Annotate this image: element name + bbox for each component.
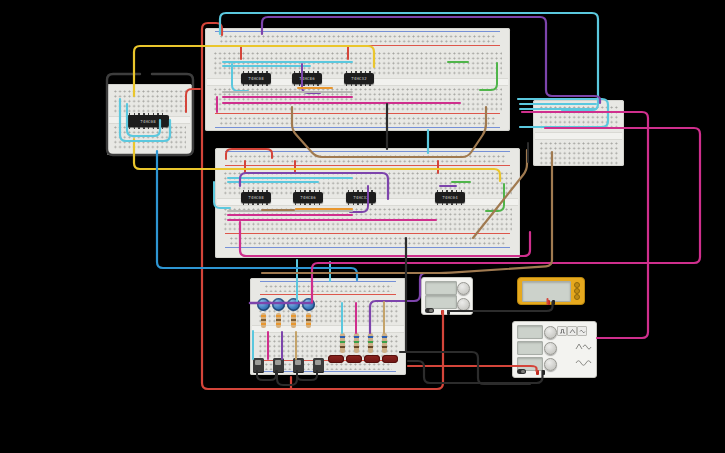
line-red: [225, 233, 510, 234]
line-blue: [260, 281, 396, 282]
resistor[interactable]: [276, 313, 281, 328]
slide-switch[interactable]: [313, 358, 324, 372]
bb-channel: [252, 325, 404, 333]
bb-dots: [219, 34, 496, 43]
line-blue: [215, 31, 500, 32]
ic-chip-74hc86[interactable]: 74HC86: [292, 73, 322, 84]
terminal[interactable]: [447, 310, 450, 315]
function-generator-display: [517, 341, 543, 355]
line-red: [215, 45, 500, 46]
terminal[interactable]: [536, 370, 539, 375]
blue-led[interactable]: [257, 298, 270, 311]
ic-chip-74hc08[interactable]: 74HC08: [241, 73, 271, 84]
bb-dots: [539, 105, 618, 130]
function-generator-knob[interactable]: [544, 326, 557, 339]
resistor[interactable]: [354, 333, 359, 353]
resistor[interactable]: [368, 333, 373, 353]
resistor[interactable]: [340, 333, 345, 353]
power-supply-knob[interactable]: [457, 282, 470, 295]
slide-switch[interactable]: [253, 358, 264, 372]
bb-dots: [219, 116, 496, 125]
ic-chip-74hc08[interactable]: 74HC08: [127, 115, 169, 127]
line-blue: [225, 151, 510, 152]
line-red: [215, 113, 500, 114]
triangle-sine-wave-icon: [575, 342, 593, 352]
bb-dots: [229, 154, 506, 163]
probe-terminal[interactable]: [547, 300, 550, 305]
function-generator[interactable]: [512, 321, 597, 378]
terminal[interactable]: [542, 370, 545, 375]
function-generator-knob[interactable]: [544, 342, 557, 355]
multimeter-button[interactable]: [574, 294, 581, 301]
power-button[interactable]: [425, 308, 434, 313]
multimeter-display: [522, 281, 571, 302]
power-supply-display: [425, 281, 457, 295]
bb-dots: [213, 87, 502, 111]
bb-dots: [539, 141, 618, 166]
function-generator-knob[interactable]: [544, 358, 557, 371]
power-supply-knob[interactable]: [457, 298, 470, 311]
slide-switch[interactable]: [273, 358, 284, 372]
line-red: [225, 165, 510, 166]
ic-chip-74hc86[interactable]: 74HC86: [293, 192, 323, 203]
red-led[interactable]: [364, 355, 380, 363]
resistor[interactable]: [261, 313, 266, 328]
bb-dots: [229, 236, 506, 245]
terminal[interactable]: [441, 310, 444, 315]
blue-led[interactable]: [287, 298, 300, 311]
power-supply[interactable]: [421, 277, 473, 315]
multimeter[interactable]: [517, 277, 585, 305]
line-red: [260, 294, 396, 295]
bb-channel: [535, 132, 622, 140]
power-supply-display: [425, 295, 457, 309]
resistor[interactable]: [291, 313, 296, 328]
slide-switch[interactable]: [293, 358, 304, 372]
power-button[interactable]: [517, 369, 526, 374]
ic-chip-74hc08[interactable]: 74HC08: [241, 192, 271, 203]
red-led[interactable]: [382, 355, 398, 363]
sine-wave-button[interactable]: [577, 326, 587, 336]
ic-chip-74hc32[interactable]: 74HC32: [346, 192, 376, 203]
breadboard-right-mini[interactable]: [533, 100, 624, 166]
line-blue: [225, 247, 510, 248]
blue-led[interactable]: [272, 298, 285, 311]
red-led[interactable]: [328, 355, 344, 363]
wire-black[interactable]: [400, 352, 530, 384]
ic-chip-74hc04[interactable]: 74HC04: [435, 192, 465, 203]
resistor[interactable]: [306, 313, 311, 328]
red-led[interactable]: [346, 355, 362, 363]
line-blue: [215, 127, 500, 128]
probe-terminal[interactable]: [552, 300, 555, 305]
triangle-wave-button[interactable]: [567, 326, 577, 336]
bb-dots: [264, 284, 392, 292]
function-generator-display: [517, 325, 543, 339]
blue-led[interactable]: [302, 298, 315, 311]
sine-wave-large-icon: [575, 358, 593, 368]
bb-dots: [113, 89, 186, 114]
square-wave-button[interactable]: [557, 326, 567, 336]
bb-dots: [223, 207, 512, 231]
circuit-canvas: 74HC0874HC0874HC8674HC3274HC0874HC8674HC…: [0, 0, 725, 453]
ic-chip-74hc32[interactable]: 74HC32: [344, 73, 374, 84]
resistor[interactable]: [382, 333, 387, 353]
